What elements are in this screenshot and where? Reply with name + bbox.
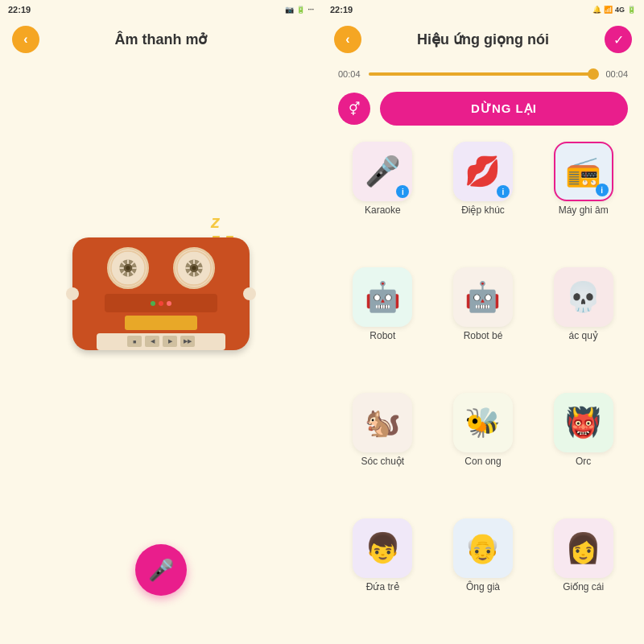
effect-label-may-ghi-am: Máy ghi âm — [559, 204, 609, 216]
effect-icon-con-ong: 🐝 — [453, 393, 513, 452]
effect-icon-dua-tre: 👦 — [353, 518, 412, 578]
effect-label-robot-be: Robot bé — [464, 330, 503, 341]
right-header: ‹ Hiệu ứng giọng nói ✓ — [322, 19, 644, 60]
status-bar-right: 22:19 🔔 📶 4G 🔋 — [322, 0, 644, 19]
led-red — [159, 301, 163, 306]
gender-button[interactable]: ⚥ — [338, 93, 370, 125]
status-bar-left: 22:19 📷 🔋 ··· — [0, 0, 322, 19]
mic-icon: 🎤 — [148, 558, 174, 583]
progress-start: 00:04 — [338, 69, 361, 79]
knob-left — [66, 287, 79, 300]
effect-item-dua-tre[interactable]: 👦Đứa trẻ — [334, 518, 431, 638]
back-button-right[interactable]: ‹ — [334, 26, 361, 53]
effect-label-diep-khuc: Điệp khúc — [461, 204, 505, 216]
effect-label-dua-tre: Đứa trẻ — [366, 581, 399, 592]
effect-item-orc[interactable]: 👹Orc — [535, 393, 632, 512]
effect-icon-karaoke: 🎤i — [353, 142, 412, 201]
recorder-leds — [105, 294, 217, 312]
effect-label-ac-quy: ác quỷ — [568, 330, 597, 341]
effect-label-karaoke: Karaoke — [365, 204, 401, 216]
reels-area — [107, 247, 215, 289]
effect-label-orc: Orc — [576, 456, 591, 467]
recorder-illustration: zz z — [72, 60, 250, 544]
status-icons-right: 🔔 📶 4G 🔋 — [592, 6, 636, 14]
left-title: Âm thanh mở — [114, 31, 207, 48]
effect-info-badge-may-ghi-am[interactable]: i — [596, 184, 609, 196]
progress-fill — [369, 72, 593, 76]
time-left: 22:19 — [8, 5, 31, 14]
svg-point-7 — [126, 266, 130, 270]
led-red2 — [167, 301, 171, 306]
effect-item-may-ghi-am[interactable]: 📻iMáy ghi âm — [535, 142, 632, 261]
effect-icon-robot: 🤖 — [353, 267, 412, 327]
effect-item-robot[interactable]: 🤖Robot — [334, 267, 431, 386]
effect-item-soc-chuot[interactable]: 🐿️Sóc chuột — [334, 393, 431, 512]
knob-right — [243, 287, 256, 300]
right-panel: 22:19 🔔 📶 4G 🔋 ‹ Hiệu ứng giọng nói ✓ 00… — [322, 0, 644, 644]
left-header: ‹ Âm thanh mở — [0, 19, 322, 60]
effect-item-diep-khuc[interactable]: 💋iĐiệp khúc — [435, 142, 532, 261]
progress-thumb — [588, 68, 599, 80]
effect-item-ong-gia[interactable]: 👴Ông già — [435, 518, 532, 638]
progress-bar[interactable] — [369, 72, 598, 76]
mic-button[interactable]: 🎤 — [135, 544, 187, 596]
effect-label-ong-gia: Ông già — [466, 581, 500, 592]
reel-right — [173, 247, 215, 289]
effect-icon-diep-khuc: 💋i — [453, 142, 513, 201]
effect-icon-soc-chuot: 🐿️ — [353, 393, 412, 452]
effect-info-badge-karaoke[interactable]: i — [396, 185, 409, 198]
effect-item-karaoke[interactable]: 🎤iKaraoke — [334, 142, 431, 261]
effect-label-soc-chuot: Sóc chuột — [361, 456, 404, 467]
ctrl-rewind: ◀ — [145, 336, 159, 347]
recorder-buttons: ■ ◀ ▶ ▶▶ — [97, 333, 225, 350]
ctrl-play: ▶ — [163, 336, 177, 347]
effect-item-con-ong[interactable]: 🐝Con ong — [435, 393, 532, 512]
effect-icon-ong-gia: 👴 — [453, 518, 513, 578]
tape-window — [125, 316, 197, 329]
effect-icon-may-ghi-am: 📻i — [554, 142, 613, 201]
effect-icon-ac-quy: 💀 — [554, 267, 613, 327]
time-right: 22:19 — [330, 5, 353, 14]
effect-icon-robot-be: 🤖 — [453, 267, 513, 327]
effect-label-giong-cai: Giống cái — [563, 581, 604, 592]
confirm-button[interactable]: ✓ — [605, 26, 632, 53]
effect-item-ac-quy[interactable]: 💀ác quỷ — [535, 267, 632, 386]
stop-button[interactable]: DỪNG LẠI — [380, 92, 628, 126]
effect-label-robot: Robot — [369, 330, 395, 341]
effect-icon-giong-cai: 👩 — [554, 518, 613, 578]
status-icons-left: 📷 🔋 ··· — [285, 6, 314, 14]
effect-item-robot-be[interactable]: 🤖Robot bé — [435, 267, 532, 386]
effect-item-giong-cai[interactable]: 👩Giống cái — [535, 518, 632, 638]
svg-point-15 — [192, 266, 196, 270]
ctrl-stop: ■ — [127, 336, 142, 347]
ctrl-forward: ▶▶ — [180, 336, 195, 347]
back-button-left[interactable]: ‹ — [12, 26, 39, 53]
progress-end: 00:04 — [605, 69, 628, 79]
gender-icon: ⚥ — [349, 101, 360, 117]
effect-info-badge-diep-khuc[interactable]: i — [497, 185, 510, 198]
left-panel: 22:19 📷 🔋 ··· ‹ Âm thanh mở zz z — [0, 0, 322, 644]
right-title: Hiệu ứng giọng nói — [417, 31, 549, 48]
progress-container: 00:04 00:04 — [322, 60, 644, 85]
effects-grid: 🎤iKaraoke💋iĐiệp khúc📻iMáy ghi âm🤖Robot🤖R… — [322, 135, 644, 644]
play-controls: ⚥ DỪNG LẠI — [322, 85, 644, 135]
reel-left — [107, 247, 149, 289]
effect-icon-orc: 👹 — [554, 393, 613, 452]
led-green — [151, 301, 155, 306]
tape-recorder: zz z — [72, 237, 250, 366]
effect-label-con-ong: Con ong — [464, 456, 501, 467]
stop-label: DỪNG LẠI — [471, 101, 537, 116]
mic-button-container: 🎤 — [135, 544, 187, 596]
recorder-body: ■ ◀ ▶ ▶▶ — [72, 237, 250, 350]
